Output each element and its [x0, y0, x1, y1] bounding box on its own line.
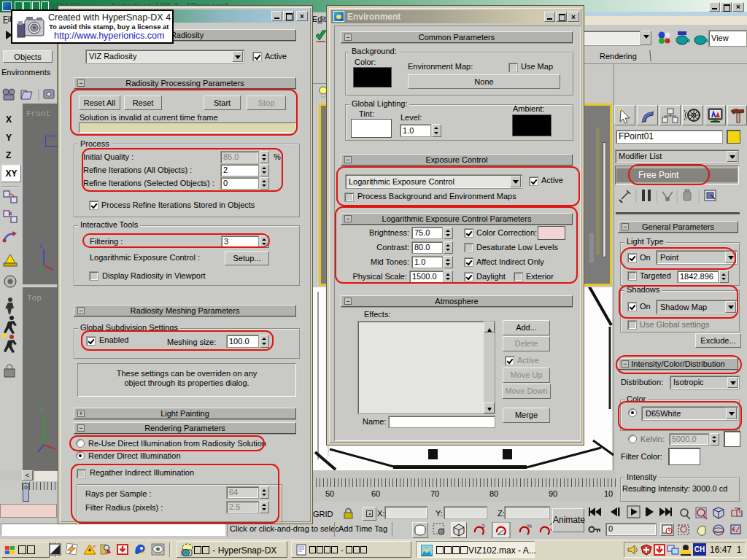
- svg-text:%: %: [527, 523, 532, 529]
- svg-text:rr: rr: [93, 544, 96, 548]
- svg-text:3: 3: [481, 523, 485, 529]
- svg-text:z: z: [39, 242, 43, 249]
- svg-text:Y: Y: [39, 407, 44, 414]
